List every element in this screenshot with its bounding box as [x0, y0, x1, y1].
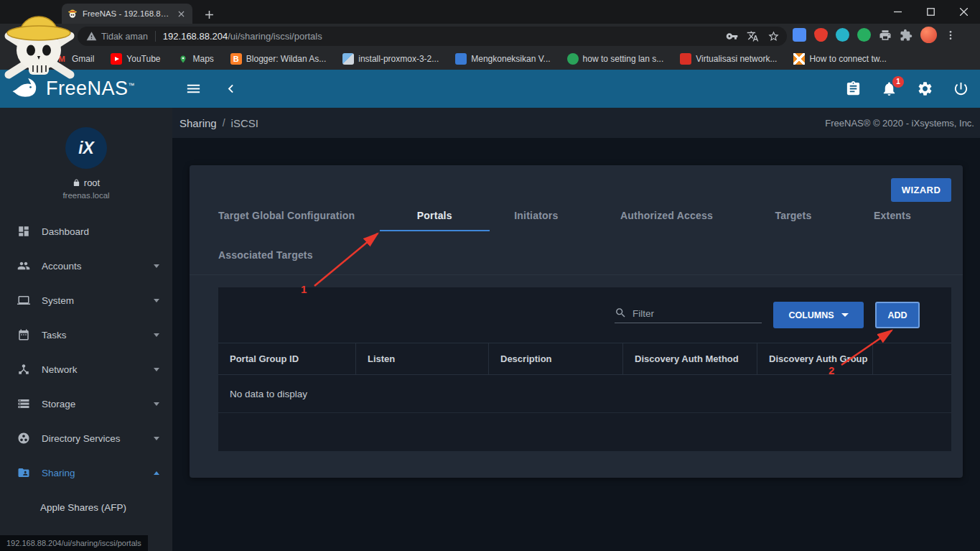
- password-key-icon[interactable]: [726, 30, 738, 42]
- blogger-icon: B: [230, 53, 242, 65]
- add-button[interactable]: ADD: [875, 302, 920, 328]
- column-header-listen[interactable]: Listen: [356, 343, 489, 374]
- sidebar-subitem-apple-shares-afp[interactable]: Apple Shares (AFP): [0, 490, 172, 524]
- security-warning-icon[interactable]: [86, 31, 97, 42]
- iscsi-card: WIZARD Target Global Configuration Porta…: [190, 165, 963, 478]
- bookmark-proxmox[interactable]: install-proxmox-3-2...: [342, 53, 439, 65]
- dashboard-icon: [17, 225, 30, 238]
- breadcrumb-page: iSCSI: [231, 117, 258, 129]
- bookmark-maps[interactable]: Maps: [177, 53, 214, 65]
- window-close-button[interactable]: [947, 0, 980, 24]
- wizard-button[interactable]: WIZARD: [891, 178, 951, 202]
- chevron-down-icon: [154, 264, 159, 268]
- tab-portals[interactable]: Portals: [417, 210, 452, 221]
- notifications-bell-icon[interactable]: 1: [881, 80, 898, 98]
- browser-tab[interactable]: FreeNAS - 192.168.88.204: [62, 4, 192, 24]
- sidebar-item-storage[interactable]: Storage: [0, 386, 172, 421]
- iscsi-tabs-row2: Associated Targets: [218, 249, 313, 261]
- iscsi-tabs-row1: Target Global Configuration Portals Init…: [218, 210, 911, 221]
- freenas-logo: FreeNAS™: [10, 74, 135, 103]
- breadcrumb: Sharing / iSCSI FreeNAS® © 2020 - iXsyst…: [172, 108, 980, 138]
- extension-vpn-icon[interactable]: [836, 28, 849, 42]
- omnibox-divider: [155, 31, 156, 42]
- chevron-down-icon: [154, 299, 159, 302]
- sidebar-item-sharing[interactable]: Sharing: [0, 455, 172, 490]
- filter-field[interactable]: [615, 307, 762, 323]
- chevron-down-icon: [841, 313, 849, 317]
- column-header-portal-group-id[interactable]: Portal Group ID: [218, 343, 356, 374]
- sidebar-item-dashboard[interactable]: Dashboard: [0, 214, 172, 249]
- sidebar: iX root freenas.local Dashboard Accounts…: [0, 108, 172, 551]
- sidebar-item-accounts[interactable]: Accounts: [0, 249, 172, 283]
- window-maximize-button[interactable]: [914, 0, 947, 24]
- storage-icon: [17, 397, 30, 410]
- link-status-bar: 192.168.88.204/ui/sharing/iscsi/portals: [0, 535, 148, 551]
- tab-associated-targets[interactable]: Associated Targets: [218, 249, 313, 261]
- accounts-people-icon: [17, 259, 30, 272]
- bookmark-connect-two[interactable]: How to connect tw...: [793, 53, 886, 65]
- forward-button[interactable]: [30, 27, 43, 40]
- breadcrumb-section[interactable]: Sharing: [179, 117, 217, 129]
- host-name: freenas.local: [0, 191, 172, 200]
- image-thumb-icon: [342, 53, 354, 65]
- url-text[interactable]: 192.168.88.204/ui/sharing/iscsi/portals: [163, 31, 726, 42]
- columns-button[interactable]: COLUMNS: [773, 302, 864, 328]
- tab-extents[interactable]: Extents: [874, 210, 911, 221]
- search-icon: [615, 307, 627, 319]
- reload-button[interactable]: [53, 28, 65, 40]
- window-minimize-button[interactable]: [881, 0, 914, 24]
- column-header-description[interactable]: Description: [489, 343, 623, 374]
- chevron-up-icon: [154, 471, 159, 475]
- tab-close-icon[interactable]: [175, 8, 187, 19]
- column-header-discovery-auth-method[interactable]: Discovery Auth Method: [623, 343, 757, 374]
- url-path: /ui/sharing/iscsi/portals: [228, 31, 322, 42]
- back-button[interactable]: [7, 27, 20, 40]
- extensions-puzzle-icon[interactable]: [900, 29, 913, 42]
- table-header-row: Portal Group ID Listen Description Disco…: [218, 343, 951, 375]
- bookmark-blogger[interactable]: BBlogger: Wildan As...: [230, 53, 326, 65]
- network-hub-icon: [17, 363, 30, 376]
- tab-initiators[interactable]: Initiators: [514, 210, 558, 221]
- new-tab-button[interactable]: [201, 6, 217, 22]
- extension-green-app-icon[interactable]: [857, 28, 871, 42]
- tab-target-global-configuration[interactable]: Target Global Configuration: [218, 210, 355, 221]
- logged-in-user: root: [0, 177, 172, 188]
- bookmark-star-icon[interactable]: [767, 30, 780, 42]
- hamburger-menu-icon[interactable]: [185, 80, 202, 98]
- filter-input[interactable]: [633, 308, 755, 319]
- main-content: WIZARD Target Global Configuration Porta…: [172, 138, 980, 551]
- bookmark-gmail[interactable]: MGmail: [56, 53, 94, 65]
- settings-gear-icon[interactable]: [917, 80, 934, 98]
- empty-table-message: No data to display: [218, 375, 951, 413]
- sidebar-item-tasks[interactable]: Tasks: [0, 318, 172, 352]
- bookmarks-bar: MGmail YouTube Maps BBlogger: Wildan As.…: [0, 48, 980, 70]
- sidebar-item-directory-services[interactable]: Directory Services: [0, 421, 172, 455]
- extension-print-icon[interactable]: [879, 29, 892, 42]
- browser-menu-kebab-icon[interactable]: [945, 29, 956, 41]
- bookmark-youtube[interactable]: YouTube: [111, 53, 160, 65]
- translate-icon[interactable]: [747, 30, 759, 42]
- shark-logo-icon: [10, 74, 40, 103]
- profile-avatar[interactable]: [920, 27, 937, 43]
- extension-adblock-shield-icon[interactable]: [814, 28, 828, 42]
- bookmark-setting-lan[interactable]: how to setting lan s...: [567, 53, 664, 65]
- sidebar-item-network[interactable]: Network: [0, 352, 172, 386]
- directory-services-icon: [17, 432, 30, 445]
- power-icon[interactable]: [953, 80, 970, 98]
- tab-authorized-access[interactable]: Authorized Access: [620, 210, 713, 221]
- user-name: root: [84, 177, 100, 188]
- extension-translate-icon[interactable]: [793, 28, 806, 42]
- bookmark-virtualisasi[interactable]: Virtualisasi network...: [680, 53, 777, 65]
- maps-pin-icon: [177, 53, 189, 65]
- chevron-down-icon: [154, 368, 159, 371]
- lock-icon: [73, 179, 80, 187]
- bookmark-mengkoneksikan[interactable]: Mengkoneksikan V...: [455, 53, 550, 65]
- brand-name: FreeNAS™: [46, 78, 135, 100]
- tab-targets[interactable]: Targets: [775, 210, 811, 221]
- sidebar-item-system[interactable]: System: [0, 283, 172, 318]
- collapse-sidebar-chevron-icon[interactable]: [223, 80, 240, 98]
- green-site-icon: [567, 53, 579, 65]
- tasks-clipboard-icon[interactable]: [845, 80, 862, 98]
- address-bar[interactable]: Tidak aman 192.168.88.204/ui/sharing/isc…: [78, 27, 787, 46]
- column-header-discovery-auth-group[interactable]: Discovery Auth Group: [757, 343, 873, 374]
